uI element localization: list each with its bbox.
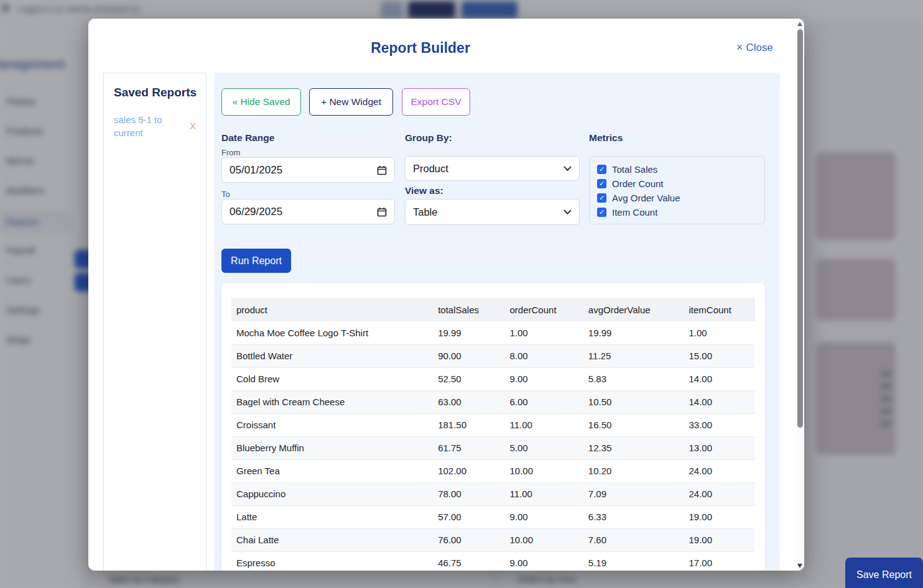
table-cell: 57.00	[433, 505, 504, 528]
screen: Logged in as Wanda (Checked In) Manageme…	[0, 0, 923, 588]
table-cell: 6.33	[583, 505, 684, 528]
chevron-down-icon	[564, 209, 572, 215]
delete-saved-report-button[interactable]: X	[190, 121, 196, 131]
table-cell: 12.35	[583, 436, 684, 459]
table-cell: 13.00	[684, 436, 755, 459]
table-cell: Latte	[231, 505, 433, 528]
checkbox-checked-icon[interactable]: ✓	[597, 165, 606, 174]
table-cell: 24.00	[684, 482, 755, 505]
table-cell: 10.00	[505, 528, 583, 551]
table-cell: 19.99	[433, 321, 504, 344]
checkbox-checked-icon[interactable]: ✓	[597, 179, 606, 188]
export-csv-button[interactable]: Export CSV	[402, 88, 470, 116]
table-cell: 10.50	[583, 390, 684, 413]
scroll-up-arrow-icon[interactable]	[797, 22, 802, 26]
view-as-label: View as:	[405, 185, 443, 196]
table-cell: 52.50	[433, 367, 504, 390]
modal-scrollbar[interactable]	[796, 19, 804, 571]
table-cell: 10.20	[583, 459, 684, 482]
table-cell: 15.00	[684, 344, 755, 367]
from-date-input[interactable]: 05/01/2025	[221, 157, 395, 183]
table-cell: Chai Latte	[231, 528, 433, 551]
column-header-itemCount: itemCount	[684, 298, 755, 321]
table-row: Chai Latte76.0010.007.6019.00	[231, 528, 755, 551]
table-row: Bottled Water90.008.0011.2515.00	[231, 344, 755, 367]
report-builder-modal: Report Builder × Close Saved Reports sal…	[88, 19, 804, 571]
table-cell: 17.00	[684, 551, 755, 571]
table-cell: Croissant	[231, 413, 433, 436]
group-by-label: Group By:	[405, 132, 452, 144]
saved-report-link[interactable]: sales 5-1 to current	[114, 113, 176, 139]
table-row: Green Tea102.0010.0010.2024.00	[231, 459, 755, 482]
close-button[interactable]: × Close	[736, 41, 773, 54]
view-as-select[interactable]: Table	[405, 199, 580, 225]
from-date-value: 05/01/2025	[230, 164, 282, 177]
table-cell: Espresso	[231, 551, 433, 571]
table-header-row: producttotalSalesorderCountavgOrderValue…	[231, 298, 755, 321]
metric-option-label: Order Count	[612, 178, 664, 189]
table-cell: 11.00	[505, 413, 583, 436]
scroll-down-arrow-icon[interactable]	[797, 564, 802, 568]
saved-reports-panel: Saved Reports sales 5-1 to current X	[103, 73, 206, 571]
table-cell: 14.00	[684, 367, 755, 390]
table-cell: 63.00	[433, 390, 504, 413]
table-cell: 11.00	[505, 482, 583, 505]
table-cell: 9.00	[505, 505, 583, 528]
metric-option: ✓Total Sales	[597, 162, 757, 177]
checkbox-checked-icon[interactable]: ✓	[597, 208, 606, 217]
table-cell: Bagel with Cream Cheese	[231, 390, 433, 413]
table-cell: Cold Brew	[231, 367, 433, 390]
chevron-down-icon	[564, 166, 572, 172]
table-cell: 46.75	[433, 551, 504, 571]
calendar-icon[interactable]	[377, 207, 387, 217]
to-date-input[interactable]: 06/29/2025	[221, 199, 395, 224]
table-row: Cold Brew52.509.005.8314.00	[231, 367, 755, 390]
scrollbar-thumb[interactable]	[797, 29, 803, 428]
table-cell: 19.00	[684, 505, 755, 528]
from-label: From	[221, 148, 240, 157]
table-cell: 7.60	[583, 528, 684, 551]
column-header-avgOrderValue: avgOrderValue	[583, 298, 684, 321]
date-range-label: Date Range	[221, 132, 274, 144]
to-date-value: 06/29/2025	[230, 206, 282, 218]
table-cell: 11.25	[583, 344, 684, 367]
table-row: Latte57.009.006.3319.00	[231, 505, 755, 528]
table-cell: 61.75	[433, 436, 504, 459]
modal-title: Report Builder	[88, 40, 796, 57]
group-by-select[interactable]: Product	[405, 156, 580, 181]
table-row: Mocha Moe Coffee Logo T-Shirt19.991.0019…	[231, 321, 755, 344]
table-cell: 5.00	[505, 436, 583, 459]
report-results-card: producttotalSalesorderCountavgOrderValue…	[221, 283, 765, 571]
saved-reports-heading: Saved Reports	[114, 86, 206, 99]
save-report-button[interactable]: Save Report	[845, 558, 923, 588]
metric-option-label: Total Sales	[612, 164, 657, 175]
table-cell: 19.00	[684, 528, 755, 551]
run-report-button[interactable]: Run Report	[221, 249, 291, 273]
table-cell: 10.00	[505, 459, 583, 482]
metric-option: ✓Order Count	[597, 177, 757, 191]
close-icon: ×	[736, 41, 743, 54]
table-row: Espresso46.759.005.1917.00	[231, 551, 755, 571]
table-cell: 6.00	[505, 390, 583, 413]
table-row: Croissant181.5011.0016.5033.00	[231, 413, 755, 436]
table-cell: 1.00	[684, 321, 755, 344]
table-cell: 7.09	[583, 482, 684, 505]
table-cell: 19.99	[583, 321, 684, 344]
metric-option-label: Item Count	[612, 207, 657, 218]
table-cell: Green Tea	[231, 459, 433, 482]
table-cell: 9.00	[505, 551, 583, 571]
table-cell: Blueberry Muffin	[231, 436, 433, 459]
table-row: Blueberry Muffin61.755.0012.3513.00	[231, 436, 755, 459]
checkbox-checked-icon[interactable]: ✓	[597, 193, 606, 203]
column-header-totalSales: totalSales	[433, 298, 504, 321]
table-cell: 78.00	[433, 482, 504, 505]
table-cell: 9.00	[505, 367, 583, 390]
metric-option-label: Avg Order Value	[612, 193, 680, 203]
column-header-product: product	[231, 298, 433, 321]
new-widget-button[interactable]: + New Widget	[309, 88, 393, 116]
close-label: Close	[746, 42, 773, 54]
table-cell: 5.83	[583, 367, 684, 390]
hide-saved-button[interactable]: « Hide Saved	[221, 88, 301, 116]
calendar-icon[interactable]	[377, 165, 387, 175]
report-results-table: producttotalSalesorderCountavgOrderValue…	[231, 298, 755, 571]
